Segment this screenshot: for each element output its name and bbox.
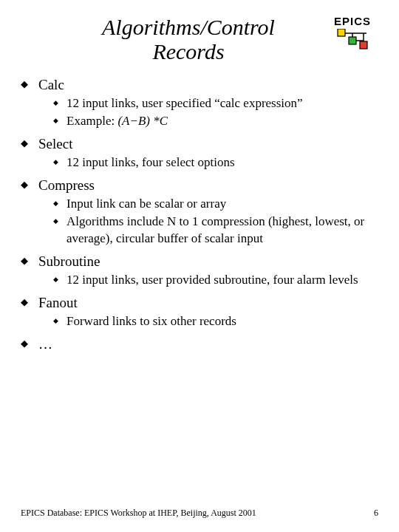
svg-rect-7 [360, 41, 367, 49]
svg-rect-5 [338, 29, 345, 36]
section-heading: … [38, 336, 52, 352]
example-label: Example: [66, 114, 117, 128]
section-more: … [21, 336, 378, 352]
section-subroutine: Subroutine 12 input links, user provided… [21, 253, 378, 289]
list-item: 12 input links, user provided subroutine… [53, 272, 378, 289]
list-item: Algorithms include N to 1 compression (h… [53, 214, 378, 248]
footer: EPICS Database: EPICS Workshop at IHEP, … [21, 508, 378, 519]
slide: Algorithms/Control Records EPICS Calc 12 [0, 0, 399, 532]
list-item: Example: (A−B) *C [53, 113, 378, 130]
epics-logo: EPICS [327, 15, 378, 51]
footer-text: EPICS Database: EPICS Workshop at IHEP, … [21, 508, 256, 519]
section-calc: Calc 12 input links, user specified “cal… [21, 77, 378, 130]
section-heading: Fanout [38, 295, 78, 310]
header: Algorithms/Control Records EPICS [21, 15, 378, 64]
title-line1: Algorithms/Control [102, 15, 275, 39]
svg-rect-6 [349, 37, 356, 44]
title-line2: Records [152, 39, 224, 64]
page-number: 6 [374, 508, 378, 519]
list-item: 12 input links, four select options [53, 154, 378, 171]
section-heading: Calc [38, 77, 64, 92]
list-item: Forward links to six other records [53, 313, 378, 330]
section-fanout: Fanout Forward links to six other record… [21, 295, 378, 330]
section-select: Select 12 input links, four select optio… [21, 136, 378, 171]
content: Calc 12 input links, user specified “cal… [21, 77, 378, 352]
list-item: 12 input links, user specified “calc exp… [53, 95, 378, 112]
list-item: Input link can be scalar or array [53, 196, 378, 213]
logo-text: EPICS [327, 15, 378, 27]
slide-title: Algorithms/Control Records [21, 15, 327, 64]
example-expression: (A−B) *C [117, 114, 168, 128]
section-heading: Select [38, 136, 72, 151]
section-compress: Compress Input link can be scalar or arr… [21, 177, 378, 248]
section-heading: Subroutine [38, 253, 100, 269]
section-heading: Compress [38, 177, 95, 193]
epics-logo-icon [334, 29, 371, 51]
